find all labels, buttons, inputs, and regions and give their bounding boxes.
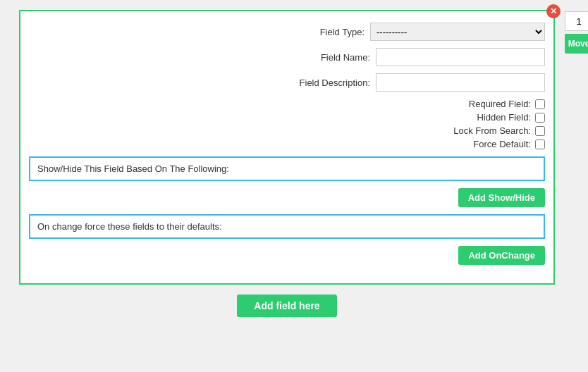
hidden-field-checkbox[interactable] bbox=[535, 113, 545, 123]
move-button[interactable]: Move bbox=[565, 34, 588, 54]
force-default-label: Force Default: bbox=[473, 139, 531, 149]
field-name-label: Field Name: bbox=[321, 52, 370, 63]
side-panel: 1 Move bbox=[565, 11, 588, 54]
on-change-section: On change force these fields to their de… bbox=[29, 214, 545, 239]
required-field-checkbox[interactable] bbox=[535, 99, 545, 109]
show-hide-footer: Add Show/Hide bbox=[29, 188, 545, 207]
add-field-button[interactable]: Add field here bbox=[237, 294, 336, 317]
field-name-input[interactable] bbox=[376, 48, 545, 66]
checkboxes-section: Required Field: Hidden Field: Lock From … bbox=[29, 99, 545, 149]
show-hide-title: Show/Hide This Field Based On The Follow… bbox=[37, 163, 229, 174]
field-editor-container: ✕ 1 Move Field Type: ---------- Field Na… bbox=[19, 10, 555, 285]
show-hide-section: Show/Hide This Field Based On The Follow… bbox=[29, 156, 545, 181]
field-type-row: Field Type: ---------- bbox=[29, 23, 545, 41]
add-on-change-button[interactable]: Add OnChange bbox=[458, 246, 545, 265]
field-description-label: Field Description: bbox=[300, 78, 370, 88]
close-button[interactable]: ✕ bbox=[546, 4, 561, 18]
lock-from-search-row: Lock From Search: bbox=[453, 125, 545, 136]
field-description-row: Field Description: bbox=[29, 73, 545, 92]
on-change-footer: Add OnChange bbox=[29, 246, 545, 265]
on-change-title: On change force these fields to their de… bbox=[37, 221, 222, 232]
hidden-field-label: Hidden Field: bbox=[477, 112, 531, 123]
required-field-label: Required Field: bbox=[469, 99, 531, 109]
hidden-field-row: Hidden Field: bbox=[477, 112, 545, 123]
add-field-container: Add field here bbox=[237, 294, 336, 317]
field-type-select[interactable]: ---------- bbox=[370, 23, 545, 41]
field-name-row: Field Name: bbox=[29, 48, 545, 66]
add-show-hide-button[interactable]: Add Show/Hide bbox=[458, 188, 545, 207]
lock-from-search-checkbox[interactable] bbox=[535, 126, 545, 136]
lock-from-search-label: Lock From Search: bbox=[453, 125, 531, 136]
force-default-row: Force Default: bbox=[473, 139, 545, 149]
field-type-label: Field Type: bbox=[320, 27, 365, 37]
required-field-row: Required Field: bbox=[469, 99, 545, 109]
force-default-checkbox[interactable] bbox=[535, 140, 545, 149]
field-description-input[interactable] bbox=[376, 73, 545, 92]
field-number: 1 bbox=[565, 11, 588, 31]
